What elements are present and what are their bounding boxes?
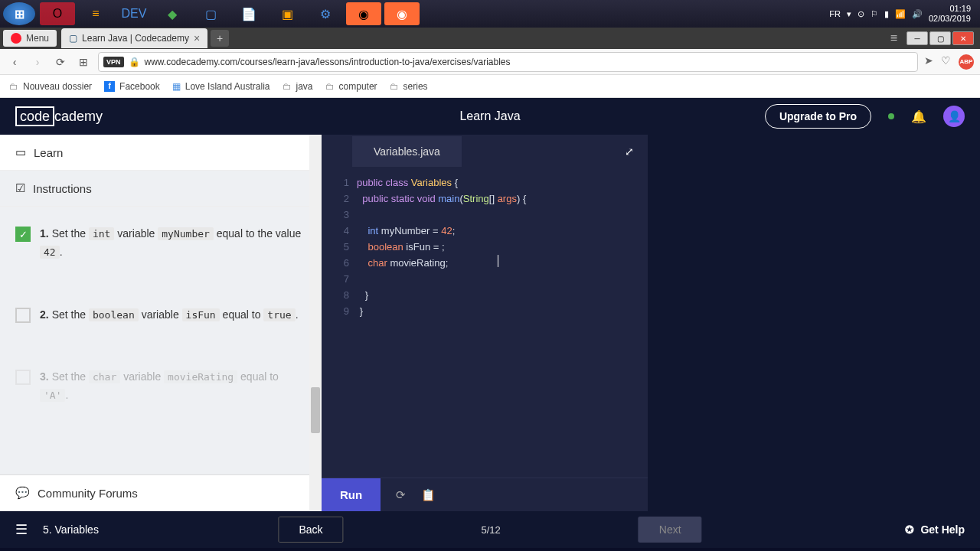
check-icon: ☑	[15, 181, 25, 195]
facebook-icon: f	[104, 81, 115, 92]
copy-icon[interactable]: 📋	[421, 488, 436, 502]
step-checkbox	[15, 370, 31, 385]
lang-indicator[interactable]: FR	[829, 9, 841, 18]
task-app[interactable]: ◉	[346, 2, 381, 25]
output-terminal[interactable]	[648, 135, 980, 511]
system-tray: FR ▾ ⊙ ⚐ ▮ 📶 🔊 01:19 02/03/2019	[829, 4, 977, 24]
folder-icon: 🗀	[9, 81, 18, 92]
instructions-section-header[interactable]: ☑ Instructions	[0, 171, 322, 207]
tray-battery-icon[interactable]: ▮	[884, 9, 889, 19]
opera-menu-button[interactable]: Menu	[3, 30, 57, 47]
editor-tab[interactable]: Variables.java	[352, 136, 462, 167]
task-app[interactable]: ⚙	[308, 2, 343, 25]
instructions-body: 1.Set the int variable myNumber equal to…	[0, 207, 322, 474]
forward-button[interactable]: ›	[29, 54, 46, 70]
url-text: www.codecademy.com/courses/learn-java/le…	[145, 57, 511, 67]
status-dot	[888, 113, 894, 119]
task-opera[interactable]: O	[40, 2, 75, 25]
back-button[interactable]: ‹	[6, 54, 23, 70]
tray-clock[interactable]: 01:19 02/03/2019	[929, 4, 971, 24]
upgrade-button[interactable]: Upgrade to Pro	[765, 104, 871, 129]
reset-icon[interactable]: ⟳	[396, 488, 406, 502]
browser-tab[interactable]: ▢ Learn Java | Codecademy ×	[61, 28, 207, 48]
help-icon: ✪	[905, 523, 914, 536]
scrollbar-thumb[interactable]	[311, 387, 320, 433]
window-controls: ≡ ─ ▢ ✕	[890, 31, 974, 45]
step-checkbox-done	[15, 227, 31, 242]
opera-logo-icon	[11, 33, 21, 44]
tray-flag-icon[interactable]: ⚐	[871, 9, 878, 19]
close-window-button[interactable]: ✕	[952, 31, 974, 45]
main-content: ▭ Learn ☑ Instructions 1.Set the int var…	[0, 135, 980, 511]
task-app[interactable]: ◉	[384, 2, 420, 25]
left-panel: ▭ Learn ☑ Instructions 1.Set the int var…	[0, 135, 322, 511]
address-bar[interactable]: VPN 🔒 www.codecademy.com/courses/learn-j…	[98, 52, 918, 72]
tray-wifi-icon[interactable]: 📶	[895, 9, 906, 19]
maximize-button[interactable]: ▢	[929, 31, 951, 45]
bookmark-folder[interactable]: 🗀computer	[325, 81, 377, 92]
task-app[interactable]: ▣	[270, 2, 305, 25]
menu-icon[interactable]: ☰	[15, 521, 28, 538]
lock-icon: 🔒	[129, 57, 140, 67]
tab-close-icon[interactable]: ×	[194, 32, 200, 44]
bookmark-folder[interactable]: 🗀series	[390, 81, 428, 92]
windows-taskbar: ⊞ O ≡ DEV ◆ ▢ 📄 ▣ ⚙ ◉ ◉ FR ▾ ⊙ ⚐ ▮ 📶 🔊 0…	[0, 0, 980, 28]
speed-dial-button[interactable]: ⊞	[75, 54, 92, 70]
code-editor[interactable]: 1public class Variables { 2 public stati…	[322, 168, 648, 478]
chat-icon: 💬	[15, 486, 30, 500]
bookmarks-bar: 🗀Nouveau dossier fFacebook ▦Love Island …	[0, 75, 980, 98]
learn-section-header[interactable]: ▭ Learn	[0, 135, 322, 171]
new-tab-button[interactable]: +	[211, 30, 229, 47]
editor-footer: Run ⟳ 📋	[322, 478, 648, 511]
reload-button[interactable]: ⟳	[52, 54, 69, 70]
send-icon[interactable]: ➤	[924, 54, 933, 70]
bookmark-facebook[interactable]: fFacebook	[104, 81, 160, 92]
vpn-badge[interactable]: VPN	[103, 57, 124, 67]
task-app[interactable]: 📄	[231, 2, 266, 25]
next-lesson-button[interactable]: Next	[639, 517, 702, 543]
instruction-step-1: 1.Set the int variable myNumber equal to…	[15, 214, 306, 272]
folder-icon: 🗀	[283, 81, 292, 92]
tray-volume-icon[interactable]: 🔊	[912, 9, 923, 19]
back-lesson-button[interactable]: Back	[278, 517, 343, 543]
run-button[interactable]: Run	[322, 478, 381, 511]
addr-actions: ➤ ♡ ABP	[924, 54, 974, 70]
course-title: Learn Java	[459, 109, 520, 123]
task-app[interactable]: ≡	[78, 2, 113, 25]
progress-indicator: 5/12	[482, 524, 501, 536]
bookmark-folder[interactable]: 🗀Nouveau dossier	[9, 81, 92, 92]
heart-icon[interactable]: ♡	[941, 54, 951, 70]
lesson-title: 5. Variables	[43, 523, 99, 536]
bottom-nav: ☰ 5. Variables Back 5/12 Next ✪ Get Help	[0, 511, 980, 548]
cc-header: codecademy Learn Java Upgrade to Pro 🔔 👤	[0, 98, 980, 135]
adblock-icon[interactable]: ABP	[959, 54, 974, 70]
text-cursor	[498, 255, 498, 267]
bookmark-item[interactable]: ▦Love Island Australia	[172, 81, 270, 92]
site-icon: ▦	[172, 81, 181, 92]
minimize-button[interactable]: ─	[906, 31, 928, 45]
avatar[interactable]: 👤	[943, 106, 965, 127]
cc-logo[interactable]: codecademy	[15, 109, 103, 125]
tab-favicon: ▢	[69, 33, 77, 44]
scrollbar[interactable]	[309, 135, 322, 511]
expand-icon[interactable]: ⤢	[625, 145, 634, 158]
get-help-button[interactable]: ✪ Get Help	[905, 523, 965, 536]
address-bar-row: ‹ › ⟳ ⊞ VPN 🔒 www.codecademy.com/courses…	[0, 49, 980, 75]
book-icon: ▭	[15, 145, 26, 159]
start-button[interactable]: ⊞	[3, 2, 35, 25]
task-app[interactable]: ▢	[193, 2, 228, 25]
instruction-step-2: 2.Set the boolean variable isFun equal t…	[15, 295, 306, 335]
easy-setup-icon[interactable]: ≡	[890, 31, 897, 45]
editor-tabs: Variables.java ⤢	[322, 135, 648, 168]
browser-tab-bar: Menu ▢ Learn Java | Codecademy × + ≡ ─ ▢…	[0, 28, 980, 49]
editor-panel: Variables.java ⤢ 1public class Variables…	[322, 135, 648, 511]
forums-section-header[interactable]: 💬 Community Forums	[0, 474, 322, 511]
tray-icon[interactable]: ⊙	[858, 9, 864, 19]
tab-title: Learn Java | Codecademy	[82, 33, 189, 44]
tray-chevron-icon[interactable]: ▾	[847, 9, 851, 19]
task-app[interactable]: ◆	[155, 2, 190, 25]
notifications-icon[interactable]: 🔔	[911, 109, 926, 124]
instruction-step-3: 3.Set the char variable movieRating equa…	[15, 357, 306, 416]
bookmark-folder[interactable]: 🗀java	[283, 81, 313, 92]
task-app[interactable]: DEV	[116, 2, 152, 25]
